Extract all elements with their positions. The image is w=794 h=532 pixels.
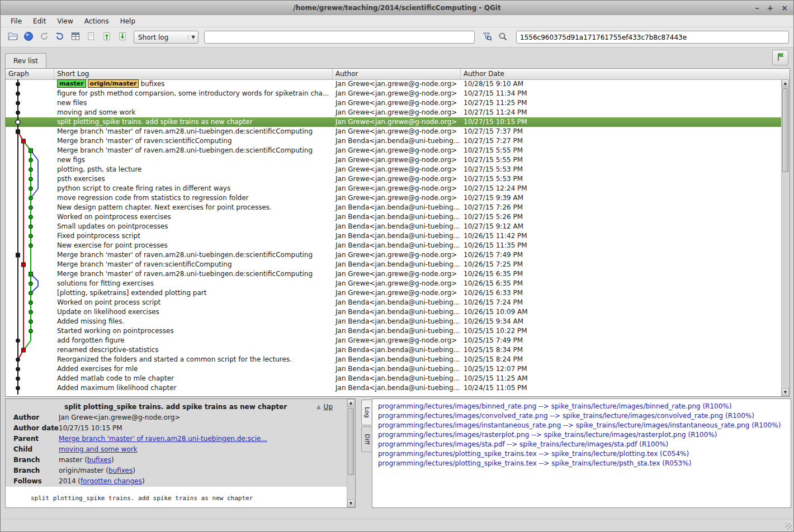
close-button[interactable]: × [781, 4, 788, 12]
commit-row[interactable]: Merge branch 'master' of raven.am28.uni-… [6, 269, 782, 279]
commit-row[interactable]: [plotting, spiketrains] extended plottin… [6, 288, 782, 298]
refs-toggle-icon [776, 52, 786, 64]
vtab-diff[interactable]: Diff [361, 426, 371, 452]
commit-row[interactable]: split plotting_spike trains. add spike t… [6, 117, 782, 127]
commit-row[interactable]: plotting, psth, sta lectureJan Grewe<jan… [6, 165, 782, 174]
back-icon [39, 31, 49, 43]
commit-subject: move regression code from statistics to … [54, 193, 333, 203]
commit-date: 10/27/15 9:12 AM [461, 222, 782, 231]
column-header-author[interactable]: Author [333, 69, 461, 79]
resize-grip[interactable] [785, 523, 792, 530]
maximize-button[interactable]: + [767, 4, 774, 12]
commit-row[interactable]: new figsJan Grewe<jan.grewe@g-node.org>1… [6, 155, 782, 165]
commit-row[interactable]: Added matlab code to mle chapterJan Bend… [6, 374, 782, 383]
home-button[interactable] [21, 30, 36, 45]
refs-toggle-button[interactable] [772, 50, 788, 65]
file-rename-entry[interactable]: programming/lectures/plotting_spike_trai… [378, 449, 791, 459]
minimize-button[interactable]: – [755, 4, 759, 12]
commit-row[interactable]: Merge branch 'master' of raven.am28.uni-… [6, 250, 782, 260]
commit-row[interactable]: Added missing files.Jan Benda<jan.benda@… [6, 317, 782, 326]
commit-row[interactable]: Added exercises for mleJan Benda<jan.ben… [6, 364, 782, 374]
detail-link[interactable]: forgotten changes [81, 477, 142, 485]
file-rename-entry[interactable]: programming/lectures/images/binned_rate.… [378, 402, 791, 411]
detail-link[interactable]: Merge branch 'master' of raven.am28.uni-… [59, 435, 267, 443]
commit-row[interactable]: Merge branch 'master' of raven.am28.uni-… [6, 127, 782, 136]
commit-row[interactable]: new filesJan Grewe<jan.grewe@g-node.org>… [6, 98, 782, 108]
search-input[interactable] [204, 31, 475, 44]
older-revision-button[interactable] [99, 30, 115, 45]
menu-file[interactable]: File [5, 16, 27, 26]
commit-row[interactable]: solutions for fitting exercisesJan Grewe… [6, 279, 782, 288]
vtab-log[interactable]: Log [361, 400, 371, 425]
file-rename-entry[interactable]: programming/lectures/images/rasterplot.p… [378, 430, 791, 440]
patch-button[interactable] [83, 30, 99, 45]
commit-row[interactable]: Added maximum likelihood chapterJan Bend… [6, 383, 782, 393]
log-view-select[interactable]: Short log ▼ [134, 31, 198, 44]
commit-row[interactable]: Merge branch 'master' of raven.am28.uni-… [6, 146, 782, 155]
graph-cell [6, 98, 54, 108]
filter-highlight-button[interactable] [479, 30, 495, 45]
find-button[interactable] [495, 30, 511, 45]
menu-actions[interactable]: Actions [79, 16, 115, 26]
scrollbar-thumb[interactable] [782, 88, 788, 172]
commit-row[interactable]: renamed descriptive-statisticsJan Benda<… [6, 345, 782, 355]
commit-row[interactable]: psth exercisesJan Grewe<jan.grewe@g-node… [6, 174, 782, 184]
detail-label: Branch [6, 466, 59, 476]
commit-date: 10/25/15 11:25 AM [461, 374, 782, 383]
graph-cell [6, 108, 54, 117]
menu-edit[interactable]: Edit [27, 16, 51, 26]
column-header-short-log[interactable]: Short Log [54, 69, 333, 79]
file-rename-entry[interactable]: programming/lectures/images/convolved_ra… [378, 411, 791, 421]
forward-button[interactable] [52, 30, 68, 45]
file-rename-entry[interactable]: programming/lectures/plotting_spike_trai… [378, 459, 791, 468]
commit-row[interactable]: Worked on point process scriptJan Benda<… [6, 298, 782, 307]
commit-row[interactable]: Worked on pointprocess exercisesJan Bend… [6, 212, 782, 222]
commit-row[interactable]: Fixed pointprocess scriptJan Benda<jan.b… [6, 231, 782, 241]
commit-date: 10/25/15 7:49 PM [461, 336, 782, 345]
back-button[interactable] [36, 30, 52, 45]
commit-row[interactable]: Merge branch 'master' of raven:scientifi… [6, 136, 782, 146]
menu-view[interactable]: View [51, 16, 78, 26]
commit-row[interactable]: moving and some workJan Grewe<jan.grewe@… [6, 108, 782, 117]
sha-input[interactable] [516, 31, 789, 44]
graph-cell [6, 127, 54, 136]
commit-row[interactable]: New exercise for point processesJan Bend… [6, 241, 782, 250]
up-button[interactable]: ▲ Up [316, 401, 333, 412]
column-header-graph[interactable]: Graph [6, 69, 54, 79]
commit-row[interactable]: Small updates on pointprocessesJan Benda… [6, 222, 782, 231]
view-grid-button[interactable] [68, 30, 83, 45]
commit-row[interactable]: python script to create firing rates in … [6, 184, 782, 193]
commit-row[interactable]: figure for psth method comparsion, some … [6, 89, 782, 98]
scroll-down-icon[interactable]: ▼ [782, 388, 789, 396]
commit-author: Jan Grewe<jan.grewe@g-node.org> [333, 250, 461, 260]
scroll-up-icon[interactable]: ▲ [782, 79, 789, 87]
view-grid-icon [70, 31, 81, 43]
commit-date: 10/26/15 11:42 PM [461, 231, 782, 241]
commit-row[interactable]: Reorganized the folders and started a co… [6, 355, 782, 364]
scroll-down-icon[interactable]: ▼ [347, 500, 355, 507]
commit-author: Jan Grewe<jan.grewe@g-node.org> [333, 184, 461, 193]
menu-help[interactable]: Help [115, 16, 141, 26]
file-rename-entry[interactable]: programming/lectures/images/instantaneou… [378, 421, 791, 430]
detail-link[interactable]: bufixes [108, 467, 133, 474]
commit-row[interactable]: Update on likelihood exercisesJan Benda<… [6, 307, 782, 317]
newer-revision-button[interactable] [115, 30, 130, 45]
column-header-author-date[interactable]: Author Date [461, 69, 790, 79]
commit-row[interactable]: New design pattern chapter. Next exercis… [6, 203, 782, 212]
commit-row[interactable]: masterorigin/masterbufixesJan Grewe<jan.… [6, 79, 782, 89]
detail-value: 10/27/15 10:15 PM [59, 423, 347, 434]
commit-row[interactable]: Merge branch 'master' of raven:scientifi… [6, 260, 782, 269]
scroll-up-icon[interactable]: ▲ [347, 399, 355, 407]
commit-row[interactable]: add forgotten figureJan Grewe<jan.grewe@… [6, 336, 782, 345]
detail-value: Merge branch 'master' of raven.am28.uni-… [59, 434, 347, 444]
commit-row[interactable]: Started working on pointprocessesJan Ben… [6, 326, 782, 336]
graph-cell [6, 155, 54, 165]
file-rename-entry[interactable]: programming/lectures/images/sta.pdf --> … [378, 440, 791, 449]
open-button[interactable] [5, 30, 21, 45]
detail-link[interactable]: moving and some work [59, 445, 137, 453]
commit-row[interactable]: move regression code from statistics to … [6, 193, 782, 203]
tab-rev-list[interactable]: Rev list [5, 53, 46, 68]
detail-link[interactable]: bufixes [87, 456, 111, 464]
commit-author: Jan Benda<jan.benda@uni-tuebing... [333, 212, 461, 222]
scrollbar-thumb[interactable] [348, 408, 354, 475]
